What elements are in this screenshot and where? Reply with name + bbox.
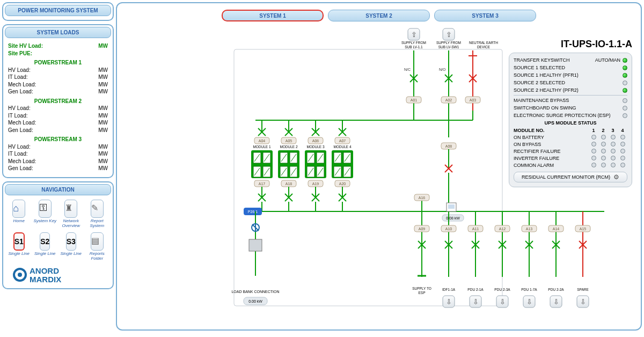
svg-text:A04: A04 (259, 139, 266, 143)
svg-text:A07: A07 (339, 139, 346, 143)
tab-system 2[interactable]: SYSTEM 2 (328, 10, 430, 21)
svg-text:SUPPLY FROM: SUPPLY FROM (401, 41, 426, 45)
brand-logo: ANORD MARDIX (5, 263, 111, 287)
svg-text:⇧: ⇧ (446, 31, 452, 39)
main-panel: SYSTEM 1SYSTEM 2SYSTEM 3 IT-UPS-IO-1.1-A… (116, 2, 642, 331)
svg-text:A20: A20 (339, 182, 346, 186)
svg-text:⇩: ⇩ (553, 298, 559, 306)
svg-text:LOAD BANK CONNECTION: LOAD BANK CONNECTION (231, 290, 279, 294)
svg-text:N/O: N/O (439, 68, 446, 71)
svg-text:A11: A11 (472, 227, 479, 231)
svg-text:SUPPLY TO: SUPPLY TO (412, 287, 431, 290)
svg-text:A13: A13 (526, 227, 533, 231)
svg-text:⇩: ⇩ (580, 298, 586, 306)
svg-text:A02: A02 (445, 98, 452, 102)
svg-rect-135 (448, 204, 455, 209)
home-icon (13, 203, 25, 215)
svg-text:N/C: N/C (404, 68, 411, 71)
system-loads-header: SYSTEM LOADS (5, 27, 111, 38)
svg-text:A16: A16 (419, 196, 426, 200)
report-system-icon (91, 203, 103, 215)
network-overview-icon (65, 203, 77, 215)
title-panel: POWER MONITORING SYSTEM (2, 2, 114, 21)
svg-text:MODULE 2: MODULE 2 (280, 145, 298, 149)
svg-text:MARDIX: MARDIX (30, 275, 61, 284)
svg-text:IDF1-1A: IDF1-1A (442, 288, 456, 291)
navigation-header: NAVIGATION (5, 184, 111, 195)
svg-text:A14: A14 (553, 227, 560, 231)
svg-text:SUB LV-SW1: SUB LV-SW1 (438, 45, 459, 49)
single-line-diagram: ⇧⇧SUPPLY FROMSUB LV-1.1SUPPLY FROMSUB LV… (121, 25, 636, 325)
system-key-icon (39, 203, 51, 215)
svg-text:A05: A05 (286, 139, 292, 143)
svg-text:MODULE 4: MODULE 4 (333, 145, 352, 149)
svg-point-1 (18, 273, 22, 277)
svg-text:A15: A15 (580, 227, 587, 231)
svg-text:PDU 1-7A: PDU 1-7A (521, 288, 537, 291)
nav-reports-folder[interactable] (91, 232, 104, 251)
svg-text:⇩: ⇩ (473, 298, 479, 306)
svg-text:MODULE 3: MODULE 3 (306, 145, 325, 149)
svg-text:A08: A08 (445, 144, 452, 148)
svg-text:MODULE 1: MODULE 1 (253, 145, 271, 149)
nav-report-system[interactable] (91, 200, 104, 218)
svg-text:PDU 2-2A: PDU 2-2A (548, 288, 564, 291)
svg-rect-142 (249, 239, 262, 251)
svg-text:SUB LV-1.1: SUB LV-1.1 (405, 45, 423, 49)
svg-text:⇩: ⇩ (500, 298, 506, 306)
svg-text:A06: A06 (312, 139, 319, 143)
svg-text:0.00 kW: 0.00 kW (248, 299, 262, 303)
app-title: POWER MONITORING SYSTEM (5, 5, 111, 16)
svg-text:A18: A18 (286, 182, 292, 186)
nav-network-overview[interactable] (64, 200, 77, 218)
tab-system 1[interactable]: SYSTEM 1 (222, 10, 324, 21)
svg-text:PDU 2-1A: PDU 2-1A (467, 288, 484, 291)
reports-folder-icon (91, 236, 103, 247)
system-tabs: SYSTEM 1SYSTEM 2SYSTEM 3 (117, 10, 641, 21)
system-loads-body: Site HV Load:MWSite PUE:POWERSTREAM 1HV … (5, 40, 111, 175)
svg-text:P26.1: P26.1 (248, 210, 258, 214)
nav-home[interactable] (12, 200, 25, 218)
svg-text:A17: A17 (259, 182, 266, 186)
svg-text:PDU 2-3A: PDU 2-3A (494, 288, 510, 291)
nav-s1[interactable]: S1 (13, 232, 25, 251)
svg-text:A10: A10 (445, 227, 452, 231)
nav-s2[interactable]: S2 (40, 232, 50, 251)
svg-text:SUPPLY FROM: SUPPLY FROM (436, 41, 461, 45)
svg-text:ESP: ESP (418, 291, 425, 295)
svg-text:SPARE: SPARE (577, 288, 589, 291)
svg-text:A19: A19 (312, 182, 319, 186)
svg-text:⇩: ⇩ (526, 298, 532, 306)
svg-text:A01: A01 (411, 98, 418, 102)
svg-text:⇧: ⇧ (411, 31, 417, 39)
nav-row-1: Home System Key Network Overview Report … (5, 197, 111, 230)
svg-text:NEUTRAL EARTH: NEUTRAL EARTH (469, 41, 498, 45)
system-loads-panel: SYSTEM LOADS Site HV Load:MWSite PUE:POW… (2, 24, 114, 178)
svg-text:DEVICE: DEVICE (477, 45, 491, 49)
svg-text:A12: A12 (499, 227, 506, 231)
svg-rect-4 (234, 49, 502, 306)
svg-text:A09: A09 (419, 227, 426, 231)
navigation-panel: NAVIGATION Home System Key Network Overv… (2, 181, 114, 289)
nav-row-2: S1 Single Line S2 Single Line S3 Single … (5, 230, 111, 263)
svg-text:⇩: ⇩ (446, 298, 452, 306)
svg-text:ANORD: ANORD (30, 266, 59, 275)
svg-text:A03: A03 (470, 98, 477, 102)
nav-s3[interactable]: S3 (66, 232, 76, 251)
nav-system-key[interactable] (39, 200, 52, 218)
tab-system 3[interactable]: SYSTEM 3 (434, 10, 536, 21)
